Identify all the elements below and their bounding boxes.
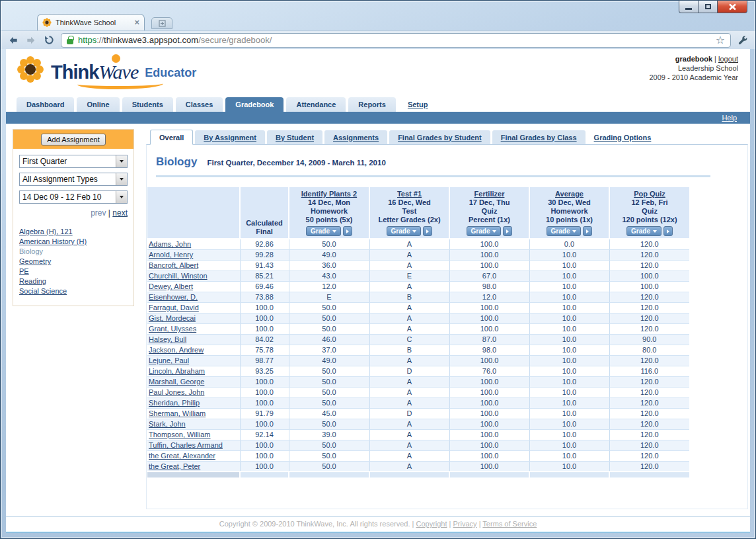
gradebook-tab-by-assignment[interactable]: By Assignment: [195, 130, 265, 144]
assignment-name-link[interactable]: Average: [555, 190, 584, 198]
gradebook-tab-final-grades-by-class[interactable]: Final Grades by Class: [492, 130, 586, 144]
footer-terms-link[interactable]: Terms of Service: [482, 520, 537, 528]
nav-tab-students[interactable]: Students: [122, 97, 173, 112]
student-name-link[interactable]: Stark, John: [149, 420, 186, 428]
sidebar-item-biology[interactable]: Biology: [19, 247, 128, 257]
student-name-link[interactable]: Sherman, William: [149, 409, 206, 417]
student-name-link[interactable]: the Great, Peter: [149, 462, 200, 470]
assignment-type: Quiz: [450, 207, 529, 216]
student-name-link[interactable]: Arnold, Henry: [149, 251, 193, 259]
gradebook-tab-by-student[interactable]: By Student: [267, 130, 322, 144]
student-name-link[interactable]: Halsey, Bull: [149, 335, 186, 343]
tab-close-icon[interactable]: ×: [134, 19, 139, 26]
assignment-name-link[interactable]: Identify Plants 2: [301, 190, 357, 198]
student-name-link[interactable]: Lejune, Paul: [149, 356, 189, 364]
student-name-link[interactable]: Adams, John: [149, 240, 191, 248]
grade-cell: 100.0: [449, 302, 529, 313]
sidebar-item-pe[interactable]: PE: [19, 267, 128, 276]
term-select[interactable]: First Quarter: [19, 155, 128, 168]
student-name-link[interactable]: Churchill, Winston: [149, 272, 208, 280]
footer-copyright-link[interactable]: Copyright: [416, 520, 447, 528]
grade-expand-button[interactable]: [423, 226, 432, 236]
grade-expand-button[interactable]: [343, 226, 352, 236]
student-name-link[interactable]: Paul Jones, John: [149, 388, 204, 396]
grade-cell: 80.0: [609, 345, 689, 355]
student-name-link[interactable]: Dewey, Albert: [149, 282, 193, 290]
reload-button[interactable]: [43, 35, 55, 46]
grade-expand-button[interactable]: [663, 226, 673, 236]
grade-cell: E: [369, 270, 449, 281]
calculated-final-value: 100.0: [240, 397, 289, 408]
student-row: Churchill, Winston85.2143.0E67.010.0100.…: [147, 270, 689, 281]
grade-dropdown-button[interactable]: Grade: [467, 226, 502, 236]
student-name-link[interactable]: Jackson, Andrew: [149, 346, 204, 354]
setup-link[interactable]: Setup: [408, 101, 428, 108]
grade-cell: 12.0: [289, 281, 369, 292]
grade-cell: 120.0: [609, 260, 689, 270]
nav-tab-online[interactable]: Online: [77, 97, 119, 112]
bookmark-star-icon[interactable]: ☆: [716, 35, 725, 46]
grade-cell: D: [369, 366, 449, 376]
nav-tab-reports[interactable]: Reports: [348, 97, 396, 112]
next-link[interactable]: next: [112, 208, 128, 218]
logout-link[interactable]: logout: [718, 55, 738, 63]
maximize-button[interactable]: [699, 1, 718, 13]
help-link[interactable]: Help: [722, 114, 737, 122]
close-button[interactable]: [718, 1, 747, 13]
browser-toolbar: https://thinkwave3.appspot.com/secure/gr…: [1, 30, 755, 49]
student-name-link[interactable]: Eisenhower, D.: [149, 293, 198, 301]
grading-options-link[interactable]: Grading Options: [594, 134, 652, 142]
assignment-type-select[interactable]: All Assignment Types: [19, 173, 128, 186]
grade-dropdown-button[interactable]: Grade: [626, 226, 662, 236]
address-bar[interactable]: https://thinkwave3.appspot.com/secure/gr…: [61, 33, 731, 48]
calculated-final-value: 91.79: [240, 408, 289, 419]
grade-cell: 98.0: [449, 345, 529, 355]
grade-cell: 98.0: [449, 281, 529, 292]
student-name-link[interactable]: Lincoln, Abraham: [149, 367, 205, 375]
add-assignment-button[interactable]: Add Assignment: [41, 134, 106, 145]
nav-tab-dashboard[interactable]: Dashboard: [17, 97, 74, 112]
student-name-link[interactable]: Marshall, George: [149, 378, 204, 386]
grade-dropdown-button[interactable]: Grade: [547, 226, 582, 236]
student-name-link[interactable]: Grant, Ulysses: [149, 325, 196, 333]
grade-cell: A: [369, 355, 449, 366]
sidebar-item-geometry[interactable]: Geometry: [19, 257, 128, 267]
nav-tab-attendance[interactable]: Attendance: [286, 97, 346, 112]
student-name-link[interactable]: Sheridan, Philip: [149, 399, 200, 407]
student-name-link[interactable]: Tuffin, Charles Armand: [149, 441, 223, 449]
gradebook-tab-assignments[interactable]: Assignments: [324, 130, 387, 144]
sidebar-item-reading[interactable]: Reading: [19, 276, 128, 286]
gradebook-tab-label: Overall: [159, 134, 184, 142]
forward-button[interactable]: [25, 35, 37, 46]
student-name-link[interactable]: Farragut, David: [149, 304, 199, 311]
new-tab-button[interactable]: [151, 17, 172, 29]
gradebook-tab-final-grades-by-student[interactable]: Final Grades by Student: [389, 130, 490, 144]
sidebar-item-social-science[interactable]: Social Science: [19, 286, 128, 296]
nav-tab-gradebook[interactable]: Gradebook: [225, 97, 284, 112]
student-name-link[interactable]: Bancroft, Albert: [149, 261, 198, 269]
prev-link[interactable]: prev: [91, 208, 106, 218]
student-name-link[interactable]: the Great, Alexander: [149, 452, 215, 460]
grade-dropdown-button[interactable]: Grade: [387, 226, 422, 236]
browser-tab[interactable]: ThinkWave School ×: [37, 14, 145, 30]
grade-dropdown-button[interactable]: Grade: [306, 226, 341, 236]
grade-expand-button[interactable]: [583, 226, 592, 236]
date-range-select[interactable]: 14 Dec 09 - 12 Feb 10: [19, 190, 128, 204]
nav-tab-classes[interactable]: Classes: [176, 97, 223, 112]
assignment-scale: 50 points (5x): [289, 216, 369, 224]
student-name-link[interactable]: Gist, Mordecai: [149, 314, 196, 322]
sidebar-item-american-history-h[interactable]: American History (H): [19, 237, 128, 247]
settings-wrench-button[interactable]: [737, 35, 749, 46]
back-button[interactable]: [7, 35, 19, 46]
assignment-name-link[interactable]: Test #1: [397, 190, 422, 198]
assignment-name-link[interactable]: Pop Quiz: [634, 190, 665, 198]
minimize-button[interactable]: [679, 1, 699, 13]
gradebook-tab-overall[interactable]: Overall: [150, 130, 193, 145]
primary-nav: DashboardOnlineStudentsClassesGradebookA…: [6, 96, 750, 112]
sidebar-item-algebra-h-121[interactable]: Algebra (H), 121: [19, 227, 128, 237]
student-name-link[interactable]: Thompson, William: [149, 431, 211, 438]
grade-expand-button[interactable]: [503, 226, 512, 236]
grade-cell: 100.0: [609, 270, 689, 281]
footer-privacy-link[interactable]: Privacy: [453, 520, 477, 528]
assignment-name-link[interactable]: Fertilizer: [474, 190, 505, 198]
